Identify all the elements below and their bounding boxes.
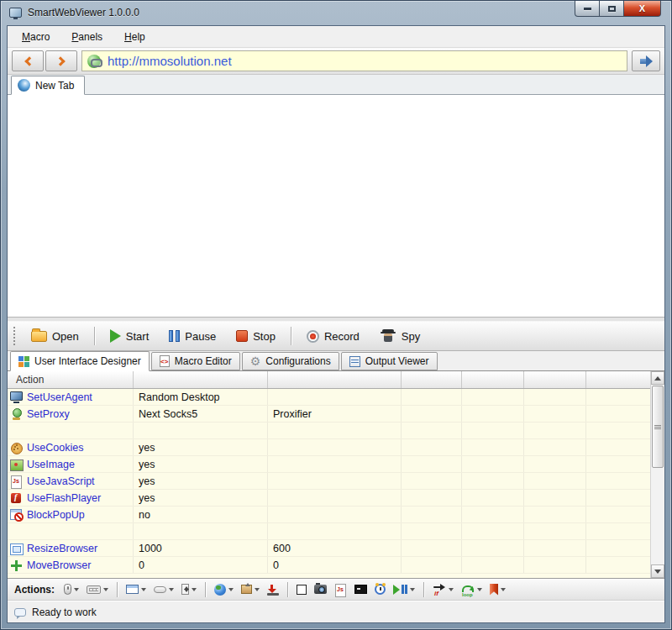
table-row[interactable]: ResizeBrowser 1000 600 [8,540,650,557]
app-icon [9,8,22,18]
spinner-action-button[interactable] [180,582,198,596]
action-param-2[interactable] [268,389,402,405]
action-param-1[interactable]: Next Socks5 [134,406,268,422]
action-param-1[interactable]: Random Desktop [134,389,268,405]
action-param-2[interactable] [268,490,402,506]
separator [423,582,424,597]
menu-panels[interactable]: Panels [64,28,110,46]
scrollbar-thumb[interactable] [652,386,664,468]
action-param-1[interactable]: 0 [134,557,268,573]
javascript-action-button[interactable] [333,582,349,597]
tab-user-interface-designer[interactable]: User Interface Designer [10,351,150,371]
thumb-grip-icon [654,425,661,429]
action-name[interactable]: MoveBrowser [27,559,91,571]
table-row-empty[interactable] [8,523,650,540]
forward-button[interactable] [45,50,77,71]
toolbar-grip[interactable] [13,326,16,346]
action-param-2[interactable] [268,507,402,522]
action-param-1[interactable]: yes [134,456,268,472]
record-button[interactable]: Record [298,326,368,347]
action-name[interactable]: UseJavaScript [27,475,95,487]
back-button[interactable] [12,50,44,71]
action-param-1[interactable]: yes [134,473,268,489]
stop-button[interactable]: Stop [228,326,284,347]
if-action-button[interactable] [431,582,455,597]
separator [205,582,206,597]
action-param-1[interactable]: yes [134,439,268,455]
table-row[interactable]: SetProxy Next Socks5 Proxifier [8,406,650,423]
tab-output-viewer[interactable]: Output Viewer [341,352,438,370]
tab-configurations[interactable]: ⚙ Configurations [242,352,339,370]
go-button[interactable] [632,50,660,71]
cookie-icon [10,442,23,454]
playpause-action-button[interactable] [391,582,417,596]
window-controls: X [575,1,661,17]
url-input[interactable] [108,54,622,68]
keyboard-action-button[interactable] [85,584,110,596]
action-param-2[interactable] [268,473,402,489]
scroll-up-button[interactable] [651,371,664,385]
column-headers [402,371,650,388]
menu-macro[interactable]: Macro [14,28,57,46]
dropdown-arrow-icon [141,588,146,591]
table-row[interactable]: UseJavaScript yes [8,473,650,490]
action-name[interactable]: BlockPopUp [27,509,85,521]
table-row[interactable]: UseCookies yes [8,439,650,456]
table-row-empty[interactable] [8,423,650,439]
tab-macro-editor[interactable]: Macro Editor [151,352,240,370]
web-action-button[interactable] [213,582,235,597]
loop-action-button[interactable] [459,582,484,597]
column-header[interactable] [268,371,402,388]
dropdown-arrow-icon [449,588,454,591]
window-action-button[interactable] [124,583,148,596]
spy-button[interactable]: Spy [371,325,428,347]
action-name[interactable]: ResizeBrowser [27,543,97,554]
action-param-2[interactable] [268,456,402,472]
browser-content[interactable] [8,95,664,318]
scroll-down-button[interactable] [651,564,664,578]
maximize-button[interactable] [599,1,624,17]
action-param-1[interactable]: yes [134,490,268,506]
table-row[interactable]: BlockPopUp no [8,507,650,523]
button-action-button[interactable] [152,585,176,595]
table-row[interactable]: UseFlashPlayer yes [8,490,650,507]
action-name[interactable]: UseFlashPlayer [27,492,101,504]
action-param-1[interactable]: 1000 [134,540,268,556]
menu-help[interactable]: Help [117,28,153,46]
console-action-button[interactable] [353,583,369,596]
qr-action-button[interactable] [295,583,308,596]
bookmark-action-button[interactable] [488,582,507,597]
download-action-button[interactable] [265,582,281,597]
screenshot-action-button[interactable] [312,583,328,596]
action-table: Action SetUserAgent Random Desktop SetPr… [8,371,664,579]
close-button[interactable]: X [623,1,661,17]
title-bar[interactable]: SmartWebViewer 1.0.0.0 [1,1,671,24]
minimize-button[interactable] [575,1,600,17]
action-param-2[interactable]: 600 [268,540,402,556]
table-row[interactable]: SetUserAgent Random Desktop [8,389,650,406]
vertical-scrollbar[interactable] [650,371,664,578]
action-name[interactable]: UseImage [27,459,75,470]
action-name[interactable]: SetProxy [27,408,70,420]
action-param-2[interactable]: 0 [268,557,402,573]
column-header-action[interactable]: Action [8,371,134,388]
column-header[interactable] [134,371,268,388]
timer-action-button[interactable] [373,582,387,596]
record-icon [307,330,319,343]
package-action-button[interactable] [239,583,261,596]
open-button[interactable]: Open [23,326,87,347]
table-row[interactable]: MoveBrowser 0 0 [8,557,650,574]
scrollbar-track[interactable] [651,469,664,564]
action-param-2[interactable]: Proxifier [268,406,402,422]
start-button[interactable]: Start [102,325,157,347]
dropdown-arrow-icon [501,588,506,591]
table-row[interactable]: UseImage yes [8,456,650,473]
pause-button[interactable]: Pause [160,326,224,347]
browser-tab-strip: New Tab [8,75,664,95]
action-param-2[interactable] [268,439,402,455]
action-name[interactable]: UseCookies [27,442,83,454]
mouse-action-button[interactable] [62,582,81,596]
browser-tab-new-tab[interactable]: New Tab [11,76,85,95]
action-param-1[interactable]: no [134,507,268,522]
action-name[interactable]: SetUserAgent [27,391,92,403]
